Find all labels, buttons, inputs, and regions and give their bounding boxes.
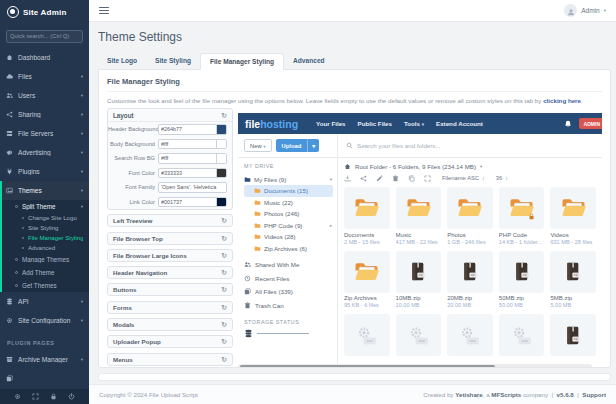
tab-site-logo[interactable]: Site Logo — [98, 53, 146, 69]
reset-icon[interactable]: ↻ — [221, 112, 227, 119]
tree-item-documents[interactable]: Documents (15) — [244, 185, 333, 197]
header-background-input[interactable] — [159, 125, 216, 134]
reset-icon[interactable]: ↻ — [221, 217, 227, 224]
section-file-browser-large-icons[interactable]: File Browser Large Icons↻ — [107, 249, 233, 262]
admin-badge[interactable]: ADMIN — [579, 118, 602, 129]
color-swatch[interactable] — [216, 198, 226, 207]
tile-5mb-zip[interactable]: 5MB.zip 5.00 MB — [550, 251, 596, 309]
sort-arrows-icon[interactable]: ↕ — [482, 175, 485, 181]
hamburger-menu-icon[interactable] — [99, 7, 109, 15]
copy-icon[interactable] — [408, 175, 415, 182]
power-icon[interactable] — [68, 393, 75, 400]
section-left-treeview[interactable]: Left Treeview↻ — [107, 214, 233, 227]
tile-documents[interactable]: Documents 2 MB - 15 files — [344, 187, 390, 245]
new-button[interactable]: New ▾ — [244, 139, 272, 152]
tab-file-manager-styling[interactable]: File Manager Styling — [200, 53, 284, 70]
section-forms[interactable]: Forms↻ — [107, 301, 233, 314]
tile-php-code[interactable]: PHP Code 14 KB - 1 folder, 9 files — [499, 187, 545, 245]
tree-item-zip-archives[interactable]: Zip Archives (6) — [244, 243, 337, 255]
tile-zip-archives[interactable]: Zip Archives 95 KB - 6 files — [344, 251, 390, 309]
search-row-bg-input[interactable] — [159, 154, 216, 163]
reset-icon[interactable]: ↻ — [221, 269, 227, 276]
tile-zip-loading[interactable] — [550, 314, 596, 356]
sidebar-item-api[interactable]: API ▾ — [0, 292, 89, 311]
fullscreen-icon[interactable] — [424, 175, 431, 182]
link-color-input[interactable] — [159, 198, 216, 207]
tree-item-videos[interactable]: Videos (28) — [244, 231, 337, 243]
sidebar-item-manage-themes[interactable]: Manage Themes — [2, 253, 89, 266]
delete-icon[interactable] — [392, 175, 399, 182]
tile-videos[interactable]: Videos 631 MB - 28 files — [550, 187, 596, 245]
color-swatch[interactable] — [216, 125, 226, 134]
body-background-input[interactable] — [159, 140, 216, 149]
link-shared-with-me[interactable]: Shared With Me — [244, 258, 337, 272]
reset-icon[interactable]: ↻ — [221, 286, 227, 293]
section-file-browser-top[interactable]: File Browser Top↻ — [107, 232, 233, 245]
tab-site-styling[interactable]: Site Styling — [146, 53, 200, 69]
mfscripts-link[interactable]: MFScripts — [491, 391, 521, 398]
breadcrumb[interactable]: Root Folder - 6 Folders, 9 Files (234.14… — [344, 160, 596, 172]
section-modals[interactable]: Modals↻ — [107, 318, 233, 331]
bell-icon[interactable] — [564, 120, 572, 128]
font-family-input[interactable] — [159, 183, 226, 192]
quick-search-input[interactable] — [6, 30, 83, 43]
gear-icon[interactable] — [14, 393, 21, 400]
expand-icon[interactable] — [32, 393, 39, 400]
sidebar-item-advertising[interactable]: Advertising ▾ — [0, 143, 89, 162]
nav-public-files[interactable]: Public Files — [358, 120, 392, 127]
reset-icon[interactable]: ↻ — [221, 304, 227, 311]
sidebar-item-site-styling[interactable]: Site Styling — [2, 223, 89, 233]
sidebar-item-get-themes[interactable]: Get Themes — [2, 279, 89, 292]
color-swatch[interactable] — [216, 140, 226, 149]
link-trash-can[interactable]: Trash Can — [244, 299, 337, 313]
sidebar-item-file-manager-styling[interactable]: File Manager Styling — [2, 233, 89, 243]
tree-item-php-code[interactable]: PHP Code (9) ▸ — [244, 220, 337, 232]
sidebar-item-add-theme[interactable]: Add Theme — [2, 266, 89, 279]
sidebar-item-themes[interactable]: Themes ▾ — [2, 181, 89, 200]
nav-extend-account[interactable]: Extend Account — [436, 120, 483, 127]
nav-your-files[interactable]: Your Files — [316, 120, 345, 127]
sidebar-item-file-servers[interactable]: File Servers ▾ — [0, 124, 89, 143]
upload-button[interactable]: Upload▾ — [276, 139, 320, 152]
sort-selector[interactable]: Filename ASC — [442, 175, 479, 181]
support-link[interactable]: Support — [582, 391, 606, 398]
color-swatch[interactable] — [216, 154, 226, 163]
sidebar-item-files[interactable]: Files ▾ — [0, 67, 89, 86]
preview-search[interactable]: Search your files and folders... — [338, 134, 602, 157]
section-header-navigation[interactable]: Header Navigation↻ — [107, 266, 233, 279]
tile-10mb-zip[interactable]: 10MB.zip 10.00 MB — [396, 251, 442, 309]
sidebar-item-dashboard[interactable]: Dashboard — [0, 48, 89, 67]
tile-20mb-zip[interactable]: 20MB.zip 20.00 MB — [447, 251, 493, 309]
font-color-input[interactable] — [159, 169, 216, 178]
sidebar-item-advanced[interactable]: Advanced — [2, 243, 89, 253]
tree-item-music[interactable]: Music (22) — [244, 197, 337, 209]
rename-icon[interactable] — [376, 175, 383, 182]
lock-icon[interactable] — [50, 393, 57, 400]
color-swatch[interactable] — [216, 169, 226, 178]
page-size-selector[interactable]: 36 — [496, 175, 502, 181]
section-menus[interactable]: Menus↻ — [107, 353, 233, 366]
reset-icon[interactable]: ↻ — [221, 338, 227, 345]
sidebar-item-archive-manager[interactable]: Archive Manager ▾ — [0, 350, 89, 369]
sidebar-item-plugins[interactable]: Plugins ▾ — [0, 162, 89, 181]
reset-icon[interactable]: ↻ — [221, 252, 227, 259]
scrollbar-thumb[interactable] — [240, 365, 495, 368]
sidebar-item-partial[interactable] — [0, 369, 89, 388]
user-menu[interactable]: Admin ▾ — [564, 4, 606, 17]
tile-music[interactable]: Music 417 MB - 22 files — [396, 187, 442, 245]
reset-icon[interactable]: ↻ — [221, 356, 227, 363]
tree-item-photos[interactable]: Photos (246) — [244, 208, 337, 220]
sidebar-item-site-configuration[interactable]: Site Configuration ▾ — [0, 311, 89, 330]
section-buttons[interactable]: Buttons↻ — [107, 283, 233, 296]
link-all-files[interactable]: All Files (339) — [244, 285, 337, 299]
share-icon[interactable] — [360, 175, 367, 182]
sidebar-item-change-site-logo[interactable]: Change Site Logo — [2, 213, 89, 223]
sidebar-item-users[interactable]: Users ▾ — [0, 86, 89, 105]
link-recent-files[interactable]: Recent Files — [244, 272, 337, 286]
filehosting-logo[interactable]: filehosting — [245, 118, 298, 130]
tab-advanced[interactable]: Advanced — [284, 53, 334, 69]
reset-icon[interactable]: ↻ — [221, 321, 227, 328]
nav-tools[interactable]: Tools ▾ — [404, 120, 424, 127]
section-uploader-popup[interactable]: Uploader Popup↻ — [107, 335, 233, 348]
horizontal-scrollbar[interactable] — [238, 364, 592, 368]
